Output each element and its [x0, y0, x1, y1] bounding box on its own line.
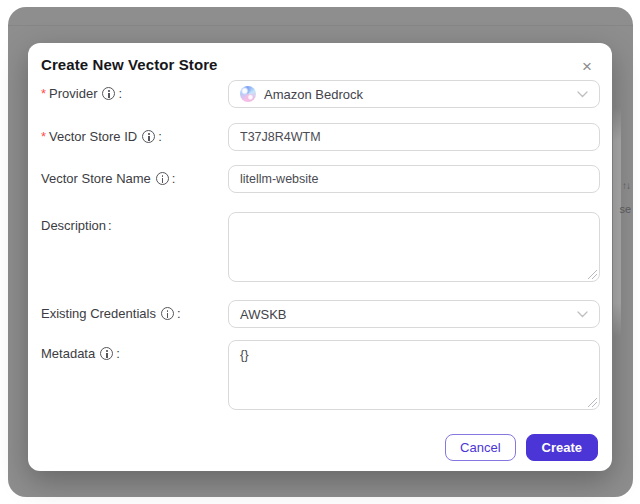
modal-title: Create New Vector Store — [41, 56, 218, 73]
required-marker: * — [41, 129, 46, 144]
info-icon[interactable] — [102, 87, 115, 100]
description-label-text: Description — [41, 218, 106, 233]
label-colon: : — [158, 129, 162, 144]
modal-footer: Cancel Create — [28, 434, 612, 461]
background-header-divider — [8, 25, 633, 26]
field-row-vector-store-id: *Vector Store ID: — [28, 123, 612, 151]
vector-store-id-label-text: Vector Store ID — [49, 129, 137, 144]
label-colon: : — [118, 86, 122, 101]
required-marker: * — [41, 86, 46, 101]
provider-label-text: Provider — [49, 86, 97, 101]
vector-store-id-input[interactable] — [228, 123, 600, 151]
amazon-bedrock-icon — [240, 86, 256, 102]
existing-credentials-label-text: Existing Credentials — [41, 306, 156, 321]
label-colon: : — [108, 218, 112, 233]
label-colon: : — [177, 306, 181, 321]
metadata-label: Metadata: — [41, 340, 228, 368]
info-icon[interactable] — [100, 347, 113, 360]
description-textarea[interactable] — [228, 212, 600, 282]
provider-label: *Provider: — [41, 80, 228, 108]
provider-select-value: Amazon Bedrock — [264, 87, 363, 102]
info-icon[interactable] — [156, 172, 169, 185]
vector-store-name-input[interactable] — [228, 165, 600, 193]
label-colon: : — [116, 346, 120, 361]
description-label: Description: — [41, 212, 228, 240]
sort-icon: ↑↓ — [622, 181, 630, 191]
existing-credentials-select[interactable]: AWSKB — [228, 300, 600, 328]
chevron-down-icon — [577, 91, 588, 98]
existing-credentials-select-value: AWSKB — [240, 307, 286, 322]
field-row-existing-credentials: Existing Credentials: AWSKB — [28, 300, 612, 328]
background-table-sliver — [613, 107, 621, 337]
field-row-metadata: Metadata: {} — [28, 340, 612, 410]
cancel-button[interactable]: Cancel — [445, 434, 515, 461]
info-icon[interactable] — [161, 307, 174, 320]
provider-select[interactable]: Amazon Bedrock — [228, 80, 600, 108]
field-row-vector-store-name: Vector Store Name: — [28, 165, 612, 193]
close-icon[interactable]: × — [578, 56, 596, 77]
modal-header: Create New Vector Store × — [28, 43, 612, 77]
label-colon: : — [172, 171, 176, 186]
vector-store-name-label-text: Vector Store Name — [41, 171, 151, 186]
metadata-label-text: Metadata — [41, 346, 95, 361]
chevron-down-icon — [577, 311, 588, 318]
info-icon[interactable] — [142, 130, 155, 143]
vector-store-id-label: *Vector Store ID: — [41, 123, 228, 151]
existing-credentials-label: Existing Credentials: — [41, 300, 228, 328]
field-row-provider: *Provider: Amazon Bedrock — [28, 80, 612, 108]
metadata-textarea[interactable]: {} — [228, 340, 600, 410]
create-vector-store-modal: Create New Vector Store × *Provider: Ama… — [28, 43, 612, 471]
create-button[interactable]: Create — [526, 434, 598, 461]
vector-store-name-label: Vector Store Name: — [41, 165, 228, 193]
background-partial-text: se — [619, 204, 631, 214]
field-row-description: Description: — [28, 212, 612, 282]
